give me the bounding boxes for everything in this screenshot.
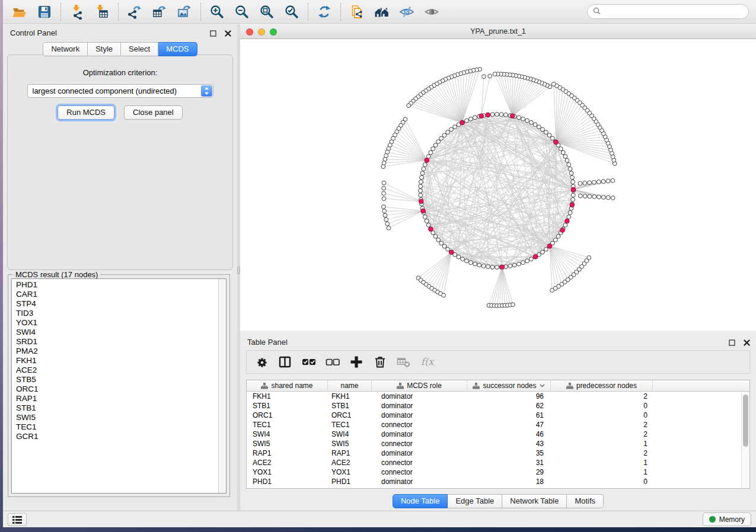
export-image-button[interactable]	[175, 2, 194, 21]
mcds-result-item[interactable]: GCR1	[16, 432, 218, 441]
float-panel-icon[interactable]	[729, 338, 735, 348]
show-columns-icon	[278, 355, 292, 369]
network-graph-canvas[interactable]	[240, 39, 756, 331]
mcds-result-item[interactable]: STP4	[16, 299, 218, 309]
run-mcds-button[interactable]: Run MCDS	[58, 105, 114, 120]
column-header-shared-name[interactable]: shared name	[247, 380, 328, 391]
select-all-checks-button[interactable]	[301, 354, 317, 370]
search-box[interactable]	[587, 4, 749, 19]
share-document-button[interactable]	[347, 2, 366, 21]
mcds-panel: Optimization criterion: largest connecte…	[7, 55, 233, 270]
window-minimize-icon[interactable]	[258, 28, 265, 36]
export-table-button[interactable]	[150, 2, 169, 21]
show-columns-button[interactable]	[277, 354, 293, 370]
column-header-predecessor-nodes[interactable]: predecessor nodes	[551, 380, 653, 391]
clear-checks-button[interactable]	[325, 354, 340, 370]
table-cell: RAP1	[247, 448, 328, 458]
optimization-criterion-label: Optimization criterion:	[8, 68, 232, 77]
table-cell: 18	[467, 477, 551, 486]
table-cell: YOX1	[328, 467, 372, 477]
import-table-button[interactable]	[92, 2, 111, 21]
zoom-selected-button[interactable]	[282, 2, 301, 21]
network-window-titlebar[interactable]: YPA_prune.txt_1	[240, 24, 756, 39]
table-row[interactable]: SWI4SWI4dominator462	[247, 430, 749, 439]
table-row[interactable]: FKH1FKH1dominator962	[247, 392, 749, 401]
table-row[interactable]: PHD1PHD1dominator180	[247, 477, 749, 486]
attribute-type-icon	[397, 383, 404, 389]
table-cell: 0	[551, 401, 653, 411]
tab-network-table[interactable]: Network Table	[502, 494, 567, 508]
table-row[interactable]: YOX1YOX1connector291	[247, 467, 749, 477]
save-button[interactable]	[35, 2, 54, 21]
control-panel-tabs: NetworkStyleSelectMCDS	[3, 42, 237, 56]
hide-visible-button[interactable]	[397, 2, 416, 21]
tab-motifs[interactable]: Motifs	[567, 494, 604, 508]
float-panel-icon[interactable]	[210, 28, 216, 39]
mcds-result-item[interactable]: STB5	[16, 375, 218, 384]
table-cell: TEC1	[247, 420, 328, 430]
table-panel-title: Table Panel	[247, 338, 288, 347]
mcds-result-item[interactable]: STB1	[16, 403, 218, 413]
table-row[interactable]: TEC1TEC1connector472	[247, 420, 749, 430]
refresh-button[interactable]	[315, 2, 334, 21]
mcds-result-item[interactable]: CAR1	[16, 290, 218, 299]
mcds-result-item[interactable]: TID3	[16, 309, 218, 318]
close-panel-icon[interactable]	[744, 338, 750, 348]
export-network-button[interactable]	[125, 2, 144, 21]
table-row[interactable]: STB1STB1dominator620	[247, 401, 749, 411]
close-panel-button[interactable]: Close panel	[124, 105, 183, 120]
open-folder-button[interactable]	[10, 2, 29, 21]
table-cell: connector	[372, 458, 467, 467]
zoom-fit-button[interactable]	[257, 2, 276, 21]
attributes-gear-icon	[254, 355, 269, 369]
tab-network[interactable]: Network	[43, 42, 88, 56]
import-network-button[interactable]	[68, 2, 87, 21]
export-table-icon	[152, 4, 167, 20]
add-column-button[interactable]	[349, 354, 364, 370]
table-cell: YOX1	[247, 467, 328, 477]
mcds-result-item[interactable]: TEC1	[16, 422, 218, 432]
attributes-gear-button[interactable]	[254, 354, 269, 370]
mcds-result-item[interactable]: YOX1	[16, 318, 218, 328]
zoom-out-button[interactable]	[232, 2, 251, 21]
table-row[interactable]: ORC1ORC1dominator610	[247, 411, 749, 420]
tab-edge-table[interactable]: Edge Table	[448, 494, 502, 508]
tab-mcds[interactable]: MCDS	[158, 42, 197, 56]
task-history-button[interactable]	[8, 513, 27, 526]
result-list-scrollbar[interactable]	[218, 279, 226, 493]
table-row[interactable]: ACE2ACE2connector311	[247, 458, 749, 467]
attribute-type-icon	[261, 383, 268, 389]
scrollbar-thumb[interactable]	[743, 395, 748, 447]
delete-column-button[interactable]	[372, 354, 388, 370]
tab-style[interactable]: Style	[88, 42, 121, 56]
search-input[interactable]	[604, 8, 743, 16]
close-panel-icon[interactable]	[225, 28, 231, 39]
tab-node-table[interactable]: Node Table	[393, 494, 448, 508]
table-row[interactable]: RAP1RAP1dominator352	[247, 448, 749, 458]
optimization-criterion-select[interactable]: largest connected component (undirected)	[27, 84, 213, 98]
mcds-result-item[interactable]: FKH1	[16, 356, 218, 366]
mcds-result-item[interactable]: ACE2	[16, 366, 218, 375]
window-maximize-icon[interactable]	[270, 28, 277, 36]
mcds-result-list[interactable]: PHD1CAR1STP4TID3YOX1SWI4SRD1PMA2FKH1ACE2…	[11, 278, 227, 493]
mcds-result-item[interactable]: PMA2	[16, 347, 218, 356]
table-cell: PHD1	[247, 477, 328, 486]
table-scrollbar[interactable]	[741, 392, 749, 488]
mcds-result-item[interactable]: RAP1	[16, 394, 218, 403]
tab-select[interactable]: Select	[121, 42, 158, 56]
table-cell: SWI4	[247, 430, 328, 439]
table-row[interactable]: SWI5SWI5connector431	[247, 439, 749, 448]
column-header-MCDS-role[interactable]: MCDS role	[372, 380, 467, 391]
mcds-result-item[interactable]: SRD1	[16, 337, 218, 347]
column-header-successor-nodes[interactable]: successor nodes	[467, 380, 551, 391]
mcds-result-item[interactable]: PHD1	[16, 280, 218, 290]
window-close-icon[interactable]	[246, 28, 253, 36]
zoom-in-button[interactable]	[208, 2, 227, 21]
mcds-result-item[interactable]: SWI5	[16, 413, 218, 422]
home-networks-button[interactable]	[372, 2, 391, 21]
column-header-name[interactable]: name	[328, 380, 372, 391]
export-network-icon	[127, 4, 142, 20]
mcds-result-item[interactable]: SWI4	[16, 328, 218, 337]
mcds-result-item[interactable]: ORC1	[16, 384, 218, 394]
memory-button[interactable]: Memory	[703, 512, 751, 526]
